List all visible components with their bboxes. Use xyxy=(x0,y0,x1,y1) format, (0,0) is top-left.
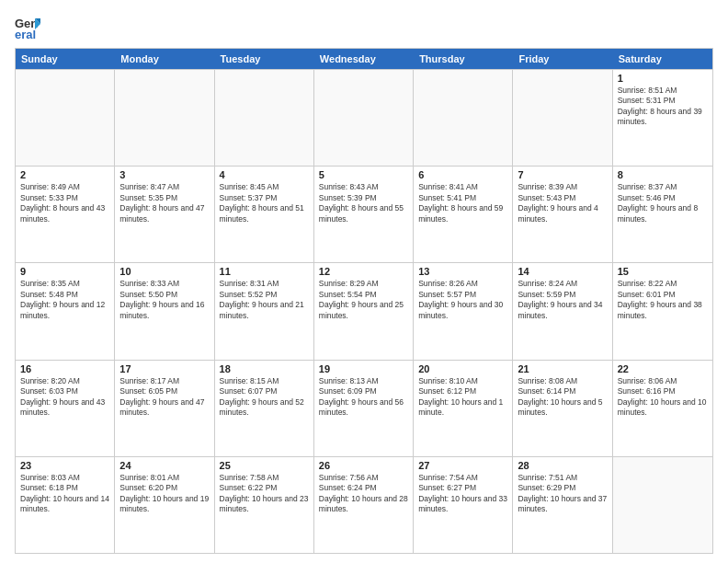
cell-info: Sunrise: 8:20 AM Sunset: 6:03 PM Dayligh… xyxy=(20,376,109,419)
cell-day-number: 22 xyxy=(618,363,708,374)
calendar-body: 1Sunrise: 8:51 AM Sunset: 5:31 PM Daylig… xyxy=(16,69,712,553)
header-day-thursday: Thursday xyxy=(414,49,513,69)
calendar-header: SundayMondayTuesdayWednesdayThursdayFrid… xyxy=(16,49,712,69)
cell-info: Sunrise: 8:06 AM Sunset: 6:16 PM Dayligh… xyxy=(618,376,708,419)
cal-row-0: 1Sunrise: 8:51 AM Sunset: 5:31 PM Daylig… xyxy=(16,69,712,166)
cal-cell: 21Sunrise: 8:08 AM Sunset: 6:14 PM Dayli… xyxy=(513,361,612,456)
cell-info: Sunrise: 8:13 AM Sunset: 6:09 PM Dayligh… xyxy=(319,376,408,419)
cal-cell: 18Sunrise: 8:15 AM Sunset: 6:07 PM Dayli… xyxy=(215,361,314,456)
cal-cell xyxy=(414,70,513,166)
cell-info: Sunrise: 8:33 AM Sunset: 5:50 PM Dayligh… xyxy=(119,279,209,321)
cell-info: Sunrise: 8:51 AM Sunset: 5:31 PM Dayligh… xyxy=(618,86,708,128)
header-day-tuesday: Tuesday xyxy=(215,49,314,69)
cell-day-number: 12 xyxy=(319,266,408,277)
cell-day-number: 6 xyxy=(418,169,507,180)
cell-info: Sunrise: 8:01 AM Sunset: 6:20 PM Dayligh… xyxy=(119,473,209,515)
cal-cell: 28Sunrise: 7:51 AM Sunset: 6:29 PM Dayli… xyxy=(513,457,612,553)
svg-text:eral: eral xyxy=(15,28,36,40)
cal-cell xyxy=(16,70,115,166)
cal-cell: 23Sunrise: 8:03 AM Sunset: 6:18 PM Dayli… xyxy=(16,457,115,553)
cell-info: Sunrise: 7:54 AM Sunset: 6:27 PM Dayligh… xyxy=(418,473,507,515)
cal-cell: 9Sunrise: 8:35 AM Sunset: 5:48 PM Daylig… xyxy=(16,263,115,359)
cal-cell: 8Sunrise: 8:37 AM Sunset: 5:46 PM Daylig… xyxy=(613,167,712,262)
cell-day-number: 16 xyxy=(20,363,109,374)
cell-day-number: 7 xyxy=(518,169,607,180)
cal-cell: 19Sunrise: 8:13 AM Sunset: 6:09 PM Dayli… xyxy=(314,361,414,456)
cal-cell: 25Sunrise: 7:58 AM Sunset: 6:22 PM Dayli… xyxy=(215,457,314,553)
cell-info: Sunrise: 8:45 AM Sunset: 5:37 PM Dayligh… xyxy=(220,182,309,224)
header-day-wednesday: Wednesday xyxy=(314,49,414,69)
cell-info: Sunrise: 8:47 AM Sunset: 5:35 PM Dayligh… xyxy=(119,182,209,224)
page-header: Gen eral xyxy=(15,15,713,40)
cal-cell: 27Sunrise: 7:54 AM Sunset: 6:27 PM Dayli… xyxy=(414,457,513,553)
header-day-monday: Monday xyxy=(115,49,214,69)
cal-cell: 3Sunrise: 8:47 AM Sunset: 5:35 PM Daylig… xyxy=(115,167,214,262)
cal-cell xyxy=(115,70,214,166)
cal-row-2: 9Sunrise: 8:35 AM Sunset: 5:48 PM Daylig… xyxy=(16,262,712,359)
cell-day-number: 13 xyxy=(418,266,507,277)
cal-cell: 20Sunrise: 8:10 AM Sunset: 6:12 PM Dayli… xyxy=(414,361,513,456)
cal-cell xyxy=(314,70,414,166)
cal-cell: 16Sunrise: 8:20 AM Sunset: 6:03 PM Dayli… xyxy=(16,361,115,456)
cell-info: Sunrise: 8:41 AM Sunset: 5:41 PM Dayligh… xyxy=(418,182,507,224)
cell-day-number: 3 xyxy=(119,169,209,180)
cell-day-number: 18 xyxy=(220,363,309,374)
cell-day-number: 10 xyxy=(119,266,209,277)
cal-cell: 1Sunrise: 8:51 AM Sunset: 5:31 PM Daylig… xyxy=(613,70,712,166)
cal-cell: 22Sunrise: 8:06 AM Sunset: 6:16 PM Dayli… xyxy=(613,361,712,456)
cell-info: Sunrise: 7:51 AM Sunset: 6:29 PM Dayligh… xyxy=(518,473,607,515)
cell-day-number: 23 xyxy=(20,460,109,471)
cal-cell: 11Sunrise: 8:31 AM Sunset: 5:52 PM Dayli… xyxy=(215,263,314,359)
cal-cell: 15Sunrise: 8:22 AM Sunset: 6:01 PM Dayli… xyxy=(613,263,712,359)
cal-cell: 26Sunrise: 7:56 AM Sunset: 6:24 PM Dayli… xyxy=(314,457,414,553)
cal-cell: 6Sunrise: 8:41 AM Sunset: 5:41 PM Daylig… xyxy=(414,167,513,262)
cal-cell: 4Sunrise: 8:45 AM Sunset: 5:37 PM Daylig… xyxy=(215,167,314,262)
cell-info: Sunrise: 8:15 AM Sunset: 6:07 PM Dayligh… xyxy=(220,376,309,419)
cell-info: Sunrise: 8:39 AM Sunset: 5:43 PM Dayligh… xyxy=(518,182,607,224)
cal-cell: 10Sunrise: 8:33 AM Sunset: 5:50 PM Dayli… xyxy=(115,263,214,359)
cell-info: Sunrise: 8:26 AM Sunset: 5:57 PM Dayligh… xyxy=(418,279,507,321)
cal-cell: 2Sunrise: 8:49 AM Sunset: 5:33 PM Daylig… xyxy=(16,167,115,262)
cell-day-number: 14 xyxy=(518,266,607,277)
header-day-friday: Friday xyxy=(513,49,612,69)
cell-info: Sunrise: 8:03 AM Sunset: 6:18 PM Dayligh… xyxy=(20,473,109,515)
cell-info: Sunrise: 7:58 AM Sunset: 6:22 PM Dayligh… xyxy=(220,473,309,515)
cell-day-number: 4 xyxy=(220,169,309,180)
cell-day-number: 9 xyxy=(20,266,109,277)
cell-info: Sunrise: 8:49 AM Sunset: 5:33 PM Dayligh… xyxy=(20,182,109,224)
cal-cell xyxy=(513,70,612,166)
cell-day-number: 28 xyxy=(518,460,607,471)
cell-day-number: 20 xyxy=(418,363,507,374)
header-day-saturday: Saturday xyxy=(613,49,712,69)
cell-info: Sunrise: 8:17 AM Sunset: 6:05 PM Dayligh… xyxy=(119,376,209,419)
cal-row-3: 16Sunrise: 8:20 AM Sunset: 6:03 PM Dayli… xyxy=(16,360,712,456)
cell-info: Sunrise: 8:22 AM Sunset: 6:01 PM Dayligh… xyxy=(618,279,708,321)
cell-day-number: 5 xyxy=(319,169,408,180)
cell-info: Sunrise: 7:56 AM Sunset: 6:24 PM Dayligh… xyxy=(319,473,408,515)
cell-day-number: 25 xyxy=(220,460,309,471)
cal-row-1: 2Sunrise: 8:49 AM Sunset: 5:33 PM Daylig… xyxy=(16,166,712,262)
cal-cell: 13Sunrise: 8:26 AM Sunset: 5:57 PM Dayli… xyxy=(414,263,513,359)
cal-cell xyxy=(215,70,314,166)
cell-day-number: 15 xyxy=(618,266,708,277)
cal-cell: 12Sunrise: 8:29 AM Sunset: 5:54 PM Dayli… xyxy=(314,263,414,359)
cell-info: Sunrise: 8:29 AM Sunset: 5:54 PM Dayligh… xyxy=(319,279,408,321)
cell-day-number: 26 xyxy=(319,460,408,471)
cal-cell: 7Sunrise: 8:39 AM Sunset: 5:43 PM Daylig… xyxy=(513,167,612,262)
cal-cell: 5Sunrise: 8:43 AM Sunset: 5:39 PM Daylig… xyxy=(314,167,414,262)
cell-day-number: 24 xyxy=(119,460,209,471)
cal-row-4: 23Sunrise: 8:03 AM Sunset: 6:18 PM Dayli… xyxy=(16,456,712,553)
cal-cell: 24Sunrise: 8:01 AM Sunset: 6:20 PM Dayli… xyxy=(115,457,214,553)
cell-day-number: 27 xyxy=(418,460,507,471)
cal-cell: 17Sunrise: 8:17 AM Sunset: 6:05 PM Dayli… xyxy=(115,361,214,456)
cell-day-number: 17 xyxy=(119,363,209,374)
cell-info: Sunrise: 8:31 AM Sunset: 5:52 PM Dayligh… xyxy=(220,279,309,321)
cell-info: Sunrise: 8:10 AM Sunset: 6:12 PM Dayligh… xyxy=(418,376,507,419)
cell-day-number: 11 xyxy=(220,266,309,277)
logo-icon: Gen eral xyxy=(15,15,40,40)
cell-info: Sunrise: 8:37 AM Sunset: 5:46 PM Dayligh… xyxy=(618,182,708,224)
cell-day-number: 1 xyxy=(618,73,708,84)
cal-cell: 14Sunrise: 8:24 AM Sunset: 5:59 PM Dayli… xyxy=(513,263,612,359)
cell-info: Sunrise: 8:35 AM Sunset: 5:48 PM Dayligh… xyxy=(20,279,109,321)
cell-day-number: 19 xyxy=(319,363,408,374)
